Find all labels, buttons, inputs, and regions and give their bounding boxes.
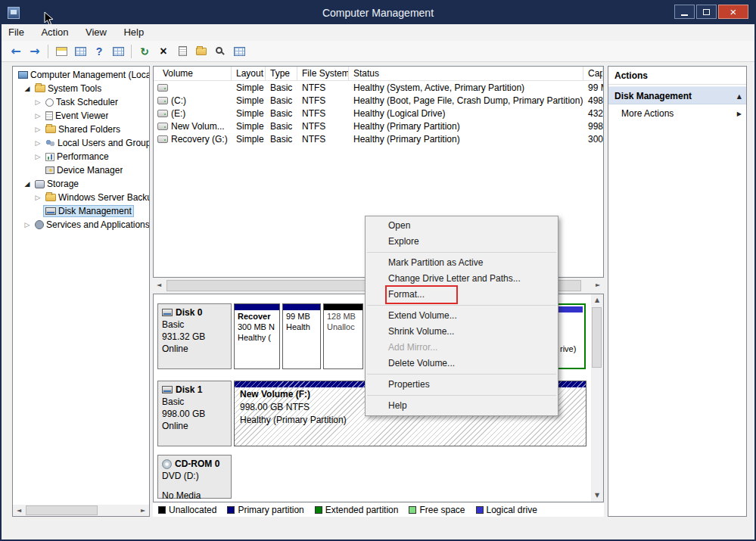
volume-row-e[interactable]: (E:) Simple Basic NTFS Healthy (Logical …: [154, 107, 603, 120]
primary-partition-swatch: [227, 506, 235, 514]
help-button[interactable]: ?: [91, 43, 107, 60]
tree-item-computer-management[interactable]: Computer Management (Local: [13, 68, 149, 82]
menu-file[interactable]: File: [2, 24, 31, 41]
tree-item-local-users-and-groups[interactable]: Local Users and Groups: [13, 136, 149, 150]
disk-view-vertical-scrollbar[interactable]: ▲ ▼: [591, 294, 603, 502]
refresh-button[interactable]: ↻: [136, 43, 153, 60]
context-menu-item-properties[interactable]: Properties: [366, 377, 558, 393]
expanded-icon[interactable]: [22, 180, 33, 188]
close-button[interactable]: ×: [718, 5, 748, 19]
tree-item-performance[interactable]: Performance: [13, 150, 149, 163]
partition-system[interactable]: 99 MB Health: [282, 303, 321, 369]
volume-row-recovery[interactable]: Recovery (G:) Simple Basic NTFS Healthy …: [154, 132, 603, 145]
menu-action[interactable]: Action: [34, 24, 75, 41]
collapsed-icon[interactable]: [33, 98, 43, 106]
column-header-type[interactable]: Type: [266, 67, 297, 81]
action-pane-icon: [113, 47, 124, 56]
context-menu-item-delete-volume[interactable]: Delete Volume...: [366, 356, 558, 372]
collapsed-icon[interactable]: [33, 112, 43, 120]
scroll-thumb[interactable]: [592, 307, 602, 368]
context-menu-item-shrink-volume[interactable]: Shrink Volume...: [366, 324, 558, 340]
minimize-icon: [681, 14, 688, 16]
collapsed-icon[interactable]: [33, 153, 43, 160]
toolbar-separator: [48, 45, 48, 58]
show-console-tree-button[interactable]: [53, 43, 70, 60]
more-actions-item[interactable]: More Actions ▶: [608, 104, 746, 123]
collapsed-icon[interactable]: [33, 139, 43, 147]
tree-item-windows-server-backup[interactable]: Windows Server Backup: [13, 191, 149, 204]
disk-management-icon: [45, 207, 56, 215]
title-bar[interactable]: Computer Management ×: [2, 2, 754, 24]
tree-item-services-and-applications[interactable]: Services and Applications: [13, 218, 149, 232]
partition-text-fragment: rive): [560, 344, 576, 353]
column-header-layout[interactable]: Layout: [232, 67, 266, 81]
tree-item-disk-management[interactable]: Disk Management: [13, 204, 149, 218]
collapsed-icon[interactable]: [33, 194, 43, 201]
options-button[interactable]: [231, 43, 247, 60]
back-button[interactable]: ←: [8, 43, 24, 60]
scroll-up-arrow[interactable]: ▲: [591, 294, 603, 306]
maximize-icon: [703, 9, 710, 15]
context-menu-item-open[interactable]: Open: [366, 218, 558, 234]
partition-recovery[interactable]: Recover 300 MB N Healthy (: [234, 303, 280, 369]
minimize-button[interactable]: [674, 5, 695, 19]
primary-partition-strip: [283, 304, 320, 310]
storage-icon: [35, 180, 45, 188]
forward-button[interactable]: →: [26, 43, 43, 60]
cdrom0-label[interactable]: CD-ROM 0 DVD (D:) No Media: [157, 455, 232, 499]
context-menu-item-extend-volume[interactable]: Extend Volume...: [366, 308, 558, 324]
partition-unallocated[interactable]: 128 MB Unalloc: [323, 303, 363, 369]
context-menu-item-change-drive-letter[interactable]: Change Drive Letter and Paths...: [366, 271, 558, 287]
task-scheduler-icon: [45, 98, 54, 107]
expand-chevron-icon[interactable]: ▶: [737, 105, 742, 123]
disk1-label[interactable]: Disk 1 Basic 998.00 GB Online: [157, 381, 232, 446]
open-button[interactable]: [193, 43, 210, 60]
collapsed-icon[interactable]: [33, 126, 43, 133]
tree-item-task-scheduler[interactable]: Task Scheduler: [13, 95, 149, 109]
refresh-icon: ↻: [140, 45, 149, 58]
disk0-label[interactable]: Disk 0 Basic 931.32 GB Online: [157, 303, 232, 369]
column-header-file-system[interactable]: File System: [297, 67, 349, 81]
context-menu-item-explore[interactable]: Explore: [366, 234, 558, 250]
volume-icon: [157, 110, 168, 117]
context-menu-item-mark-partition-active[interactable]: Mark Partition as Active: [366, 255, 558, 271]
scroll-down-arrow[interactable]: ▼: [591, 490, 603, 502]
tree-item-storage[interactable]: Storage: [13, 177, 149, 191]
column-header-volume[interactable]: Volume: [154, 67, 232, 81]
scroll-left-arrow[interactable]: ◄: [153, 279, 165, 292]
scroll-left-arrow[interactable]: ◄: [13, 505, 25, 516]
expanded-icon[interactable]: [22, 85, 33, 92]
collapsed-icon[interactable]: [22, 221, 33, 229]
context-menu-item-help[interactable]: Help: [366, 398, 558, 414]
zoom-button[interactable]: [212, 43, 229, 60]
tree-item-system-tools[interactable]: System Tools: [13, 82, 149, 95]
column-header-capacity[interactable]: Capa: [583, 67, 603, 81]
tree-item-event-viewer[interactable]: Event Viewer: [13, 109, 149, 123]
show-action-pane-button[interactable]: [110, 43, 126, 60]
tree-horizontal-scrollbar[interactable]: ◄ ►: [13, 505, 149, 516]
volume-row-c[interactable]: (C:) Simple Basic NTFS Healthy (Boot, Pa…: [154, 94, 603, 107]
logical-drive-swatch: [476, 506, 484, 514]
tree-item-shared-folders[interactable]: Shared Folders: [13, 123, 149, 136]
folder-icon: [35, 85, 45, 92]
actions-disk-management-header[interactable]: Disk Management ▲: [608, 86, 746, 104]
scroll-thumb[interactable]: [26, 505, 98, 515]
volume-row-new-volume[interactable]: New Volum... Simple Basic NTFS Healthy (…: [154, 120, 603, 132]
column-header-status[interactable]: Status: [349, 67, 583, 81]
primary-partition-strip: [235, 304, 279, 310]
scroll-right-arrow[interactable]: ►: [137, 505, 149, 516]
collapse-chevron-icon[interactable]: ▲: [737, 88, 742, 106]
back-icon: ←: [11, 44, 20, 58]
export-list-button[interactable]: [72, 43, 89, 60]
scroll-right-arrow[interactable]: ►: [592, 279, 604, 292]
menu-help[interactable]: Help: [117, 24, 151, 41]
delete-button[interactable]: ×: [155, 43, 172, 60]
tree-item-device-manager[interactable]: Device Manager: [13, 163, 149, 177]
volume-row-1[interactable]: Simple Basic NTFS Healthy (System, Activ…: [154, 81, 603, 94]
maximize-button[interactable]: [696, 5, 717, 19]
menu-view[interactable]: View: [79, 24, 114, 41]
volume-icon: [157, 97, 168, 104]
legend-primary-partition: Primary partition: [227, 505, 303, 515]
table-icon: [75, 47, 86, 56]
properties-button[interactable]: [174, 43, 191, 60]
